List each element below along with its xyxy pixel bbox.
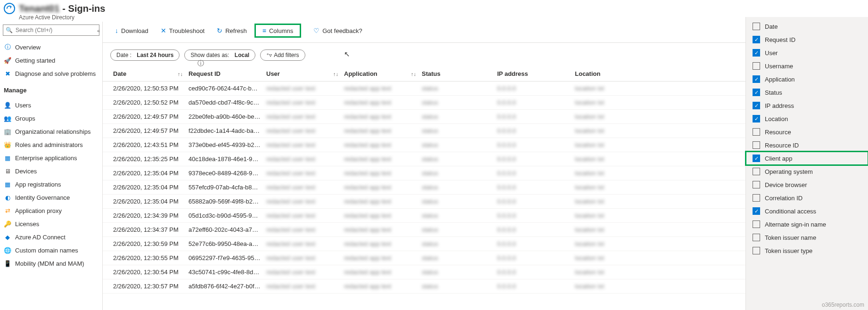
- sidebar-item-overview[interactable]: ⓘOverview: [0, 41, 102, 54]
- download-button[interactable]: ↓ Download: [110, 25, 153, 36]
- col-ip[interactable]: IP address: [494, 66, 572, 81]
- column-toggle-conditional-access[interactable]: ✓Conditional access: [746, 204, 868, 218]
- cell-request-id: 9378ece0-8489-4268-99d2-96...: [186, 166, 263, 180]
- troubleshoot-button[interactable]: ✕ Troubleshoot: [156, 25, 209, 36]
- diagnose-icon: ✖: [4, 70, 11, 77]
- col-status[interactable]: Status: [419, 66, 494, 81]
- sidebar-search-input[interactable]: [3, 24, 99, 36]
- cell-application: redacted app text: [341, 279, 419, 293]
- column-toggle-location[interactable]: ✓Location: [746, 112, 868, 125]
- sidebar-item-licenses[interactable]: 🔑Licenses: [0, 217, 102, 230]
- feedback-button[interactable]: ♡ Got feedback?: [309, 25, 367, 36]
- appreg-icon: ▦: [4, 180, 11, 188]
- cell-status: status: [419, 124, 494, 138]
- column-toggle-resource[interactable]: Resource: [746, 125, 868, 139]
- column-toggle-username[interactable]: Username: [746, 59, 868, 73]
- cell-date: 2/26/2020, 12:35:04 PM: [110, 166, 186, 180]
- column-toggle-resource-id[interactable]: Resource ID: [746, 139, 868, 152]
- connect-icon: ◆: [4, 233, 11, 241]
- cell-status: status: [419, 152, 494, 166]
- filter-date-pill[interactable]: Date : Last 24 hours: [110, 49, 180, 61]
- cell-date: 2/26/2020, 12:43:51 PM: [110, 138, 186, 152]
- cell-date: 2/26/2020, 12:35:25 PM: [110, 152, 186, 166]
- column-toggle-status[interactable]: ✓Status: [746, 86, 868, 99]
- cell-location: location txt: [572, 138, 647, 152]
- sidebar-item-roles-and-administrators[interactable]: 👑Roles and administrators: [0, 138, 102, 151]
- column-toggle-label: IP address: [765, 102, 794, 109]
- cell-application: redacted app text: [341, 180, 419, 194]
- sidebar-item-custom-domain-names[interactable]: 🌐Custom domain names: [0, 244, 102, 257]
- cell-status: status: [419, 251, 494, 265]
- heart-icon: ♡: [313, 27, 319, 34]
- info-icon[interactable]: ⓘ: [197, 59, 204, 68]
- column-toggle-device-browser[interactable]: Device browser: [746, 178, 868, 191]
- sidebar-item-azure-ad-connect[interactable]: ◆Azure AD Connect: [0, 230, 102, 244]
- search-icon: 🔍: [6, 27, 13, 33]
- cell-request-id: a5fdb876-6f42-4e27-b0f9-a...: [186, 279, 263, 293]
- sidebar-item-identity-governance[interactable]: ◐Identity Governance: [0, 191, 102, 204]
- column-toggle-operating-system[interactable]: Operating system: [746, 165, 868, 178]
- rocket-icon: 🚀: [4, 57, 11, 64]
- cell-status: status: [419, 223, 494, 237]
- cell-status: status: [419, 166, 494, 180]
- sort-icon: ↑↓: [333, 71, 338, 77]
- footer-brand: o365reports.com: [822, 302, 864, 308]
- cell-date: 2/26/2020, 12:50:52 PM: [110, 96, 186, 109]
- cell-request-id: da570edd-cbd7-4f8c-9cfe-4c...: [186, 96, 263, 109]
- checkbox-icon: [753, 141, 760, 149]
- column-toggle-label: Location: [765, 115, 788, 122]
- checkbox-icon: ✓: [753, 75, 760, 83]
- column-toggle-alternate-sign-in-name[interactable]: Alternate sign-in name: [746, 218, 868, 231]
- refresh-button[interactable]: ↻ Refresh: [212, 25, 252, 36]
- col-date[interactable]: Date↑↓: [110, 66, 186, 81]
- column-toggle-request-id[interactable]: ✓Request ID: [746, 33, 868, 46]
- sidebar-item-users[interactable]: 👤Users: [0, 98, 102, 112]
- sidebar-item-enterprise-applications[interactable]: ▦Enterprise applications: [0, 151, 102, 164]
- add-filters-button[interactable]: ⁺▿ Add filters: [260, 49, 305, 61]
- sidebar-item-label: Diagnose and solve problems: [15, 70, 96, 77]
- sidebar-item-getting-started[interactable]: 🚀Getting started: [0, 54, 102, 67]
- column-toggle-correlation-id[interactable]: Correlation ID: [746, 191, 868, 204]
- col-location[interactable]: Location: [572, 66, 647, 81]
- col-request-id[interactable]: Request ID: [186, 66, 263, 81]
- column-toggle-label: Date: [765, 23, 778, 30]
- filter-show-dates-pill[interactable]: Show dates as: Local: [184, 49, 255, 61]
- cell-request-id: 43c50741-c99c-4fe8-8d82-38...: [186, 265, 263, 279]
- sidebar-item-devices[interactable]: 🖥Devices: [0, 164, 102, 178]
- collapse-sidebar-button[interactable]: «: [94, 26, 103, 35]
- cell-location: location txt: [572, 279, 647, 293]
- columns-button[interactable]: ≡ Columns: [254, 24, 301, 38]
- cell-status: status: [419, 195, 494, 208]
- col-application[interactable]: Application↑↓: [341, 66, 419, 81]
- sidebar-item-mobility-mdm-and-mam-[interactable]: 📱Mobility (MDM and MAM): [0, 257, 102, 270]
- cell-user: redacted user text: [263, 166, 341, 180]
- sidebar-item-application-proxy[interactable]: ⇄Application proxy: [0, 204, 102, 217]
- sidebar-item-label: Enterprise applications: [15, 155, 77, 162]
- sidebar-item-groups[interactable]: 👥Groups: [0, 112, 102, 125]
- cell-request-id: 65882a09-569f-49f8-b29e-bd...: [186, 195, 263, 208]
- cell-date: 2/26/2020, 12:50:53 PM: [110, 82, 186, 95]
- checkbox-icon: [753, 62, 760, 70]
- identity-icon: ◐: [4, 194, 11, 201]
- column-toggle-ip-address[interactable]: ✓IP address: [746, 99, 868, 112]
- aad-logo-icon: [4, 3, 15, 14]
- checkbox-icon: ✓: [753, 115, 760, 122]
- proxy-icon: ⇄: [4, 207, 11, 214]
- cell-ip: 0.0.0.0: [494, 223, 572, 237]
- sidebar-item-app-registrations[interactable]: ▦App registrations: [0, 178, 102, 191]
- column-toggle-application[interactable]: ✓Application: [746, 73, 868, 86]
- column-toggle-label: Token issuer name: [765, 234, 816, 241]
- cell-ip: 0.0.0.0: [494, 96, 572, 109]
- column-toggle-date[interactable]: Date: [746, 20, 868, 33]
- sidebar-item-diagnose-and-solve-problems[interactable]: ✖Diagnose and solve problems: [0, 67, 102, 80]
- license-icon: 🔑: [4, 220, 11, 228]
- sidebar-item-organizational-relationships[interactable]: 🏢Organizational relationships: [0, 125, 102, 138]
- column-toggle-client-app[interactable]: ✓Client app: [746, 152, 868, 165]
- column-toggle-token-issuer-type[interactable]: Token issuer type: [746, 244, 868, 257]
- col-user[interactable]: User↑↓: [263, 66, 341, 81]
- org-icon: 🏢: [4, 128, 11, 135]
- column-toggle-token-issuer-name[interactable]: Token issuer name: [746, 231, 868, 244]
- column-toggle-user[interactable]: ✓User: [746, 46, 868, 59]
- cell-application: redacted app text: [341, 124, 419, 138]
- refresh-icon: ↻: [217, 27, 222, 34]
